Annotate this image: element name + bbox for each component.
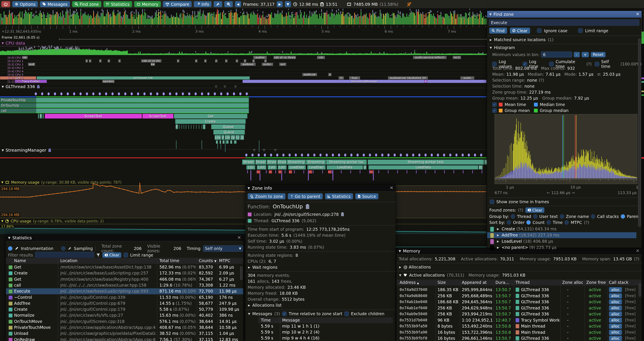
clipboard-icon[interactable]: [306, 204, 310, 209]
group-by-parent[interactable]: [621, 214, 625, 219]
found-zone-row[interactable]: ▶AddTree (18,542) 227.19 ms: [487, 232, 636, 238]
timeline-zone[interactable]: StreamingManager: [242, 80, 486, 83]
timeline-zone[interactable]: Strear: [255, 160, 266, 165]
table-row[interactable]: Get/mnt/e/claw/src/claw/base/Registry.hp…: [6, 276, 243, 282]
timeline-zone[interactable]: C(: [309, 170, 312, 174]
timeline-zone[interactable]: C(: [269, 170, 272, 174]
find-zone-titlebar[interactable]: ▼Find zone✕: [487, 11, 642, 18]
sort-by-label[interactable]: Time: [553, 220, 563, 225]
ignore-case-checkbox[interactable]: [537, 28, 542, 33]
self-time-checkbox[interactable]: [595, 62, 599, 66]
table-row[interactable]: 0x74a9d37040186.35 KB295,999,844ns13:50.…: [396, 287, 642, 293]
sampling-label[interactable]: Sampling: [74, 246, 93, 251]
timeline-zone[interactable]: U: [363, 165, 366, 170]
column-header[interactable]: Size: [438, 280, 446, 285]
timeline-zone[interactable]: (: [203, 124, 206, 129]
power-button[interactable]: [1, 1, 10, 7]
timeline-zone[interactable]: LoadData: [368, 165, 478, 170]
mean-median-checkbox[interactable]: ✓: [492, 102, 497, 107]
timeline-zone[interactable]: C(: [278, 170, 282, 174]
column-header[interactable]: Time: [261, 318, 271, 322]
group-by-zone-name[interactable]: [560, 214, 564, 219]
timeline-zone[interactable]: audiose: [240, 63, 256, 66]
column-header[interactable]: Name: [14, 258, 26, 263]
timeline-zone[interactable]: (: [230, 140, 232, 144]
table-row[interactable]: Unloadjni/../jni/src/claw/graphics/pixel…: [6, 330, 243, 336]
expand-triangle-icon[interactable]: ▶: [497, 233, 499, 237]
messages-expander[interactable]: ▼: [248, 312, 250, 315]
cpu-plot-header[interactable]: ▼ CPU usage (y-range: 0.78%, visible dat…: [1, 219, 104, 223]
limit-range-checkbox[interactable]: [578, 28, 583, 33]
found-zone-row[interactable]: ▶<no parent> (9) 225.73 µs: [487, 245, 636, 251]
frame-marker-icon[interactable]: ▽: [215, 85, 218, 88]
table-row[interactable]: AddTreejni/../jni/src/guif/Control.cpp:6…: [6, 300, 243, 306]
column-header[interactable]: Zone free: [586, 280, 606, 285]
funnel-icon[interactable]: [96, 253, 100, 257]
timeline-zone[interactable]: c: [236, 59, 238, 63]
alloc-callstack-button[interactable]: alloc: [609, 305, 622, 311]
find-zone-scrollbar[interactable]: [638, 39, 641, 227]
column-header[interactable]: Call stack: [609, 280, 628, 285]
clear-button[interactable]: Clear: [510, 28, 530, 34]
timeline-zone[interactable]: Lo: [236, 135, 240, 140]
found-zones-clear-button[interactable]: Clear: [525, 207, 544, 213]
info-button[interactable]: Info: [194, 1, 212, 7]
cumulate-time-checkbox[interactable]: [549, 62, 554, 66]
find-zone-button[interactable]: Find zone: [72, 1, 102, 7]
column-header[interactable]: MTPC: [219, 258, 230, 263]
timeline-zone[interactable]: audios: [253, 56, 267, 59]
timeline-zone[interactable]: C(: [328, 170, 332, 174]
table-row[interactable]: Createjni/../jni/src/guif/Control.cpp:17…: [6, 306, 243, 312]
filter-input[interactable]: [35, 252, 94, 258]
zone-statistics-button[interactable]: Statistics: [325, 193, 353, 199]
timeline-zone[interactable]: c: [204, 59, 207, 63]
glthread-header[interactable]: ▼GLThread 336: [2, 84, 40, 89]
compare-button[interactable]: Compare: [163, 1, 192, 7]
timeline-zone[interactable]: audio: [460, 76, 474, 80]
column-header[interactable]: Location: [60, 258, 77, 263]
column-header[interactable]: Thread: [516, 280, 530, 285]
timeline-zone[interactable]: Loa: [214, 135, 221, 140]
timeline-zone[interactable]: Create: [175, 119, 246, 124]
group-by-label[interactable]: Parent: [627, 214, 640, 219]
exclude-children-checkbox[interactable]: [344, 311, 349, 316]
timeline-zone[interactable]: Ti: [338, 76, 344, 80]
timeline-zone[interactable]: Streaming worker tas: [326, 160, 367, 165]
timeline-zone[interactable]: GLThread 336: [37, 76, 250, 80]
timeline-zone[interactable]: audio.se: [302, 73, 317, 76]
wait-regions-expander[interactable]: ▶Wait regions: [248, 265, 278, 269]
group-by-user-text[interactable]: [533, 214, 538, 219]
messages-button[interactable]: Messages: [40, 1, 70, 7]
table-row[interactable]: PrivateTouchMovejni/../jni/src/claw/appl…: [6, 324, 243, 330]
alloc-callstack-button[interactable]: alloc: [609, 323, 622, 329]
timeline-zone[interactable]: LoadDaU: [307, 165, 326, 170]
timeline-zone[interactable]: c: [99, 59, 102, 63]
timeline-zone[interactable]: LoadData: [327, 165, 363, 170]
timeline-zone[interactable]: LoU|: [257, 165, 266, 170]
find-zone-histogram[interactable]: [494, 114, 638, 184]
group-by-label[interactable]: Call stacks: [597, 214, 619, 219]
find-zone-query-input[interactable]: Execute: [489, 20, 639, 26]
rel-time-checkbox[interactable]: ✓: [282, 311, 286, 316]
column-header[interactable]: Dura...: [496, 280, 509, 285]
timeline-zone[interactable]: (: [216, 140, 218, 144]
timeline-zone[interactable]: [0, 108, 249, 113]
timeline-zone[interactable]: audioserver (AudioOut_D): [388, 76, 428, 80]
source-button[interactable]: Source: [355, 193, 378, 199]
active-allocations-expander[interactable]: ▼♥Active allocations(70,311)Memory usage…: [399, 273, 526, 277]
min-bin-input[interactable]: 6: [541, 52, 572, 57]
close-icon[interactable]: ✕: [237, 235, 241, 240]
sort-by-label[interactable]: Order: [513, 220, 524, 225]
timeline-zone[interactable]: audio.service (effect): [413, 56, 447, 59]
timeline-zone[interactable]: c: [225, 59, 228, 63]
histogram-expander[interactable]: ▼Histogram: [490, 45, 515, 50]
found-zone-row[interactable]: ▶Create (54,131) 643.34 ms: [487, 226, 636, 232]
timeline-zone[interactable]: kw: [151, 63, 155, 66]
column-header[interactable]: Total time: [160, 258, 179, 263]
timeline-zone[interactable]: ScreenText: [45, 114, 142, 119]
group-by-call-stacks[interactable]: [591, 214, 595, 219]
instrumentation-radio[interactable]: [8, 246, 12, 251]
timeline-zone[interactable]: c: [215, 59, 218, 63]
statistics-button[interactable]: Statistics: [103, 1, 132, 7]
zone-location[interactable]: jni/../jni/src/guif/Screen.cpp:278: [274, 212, 339, 217]
